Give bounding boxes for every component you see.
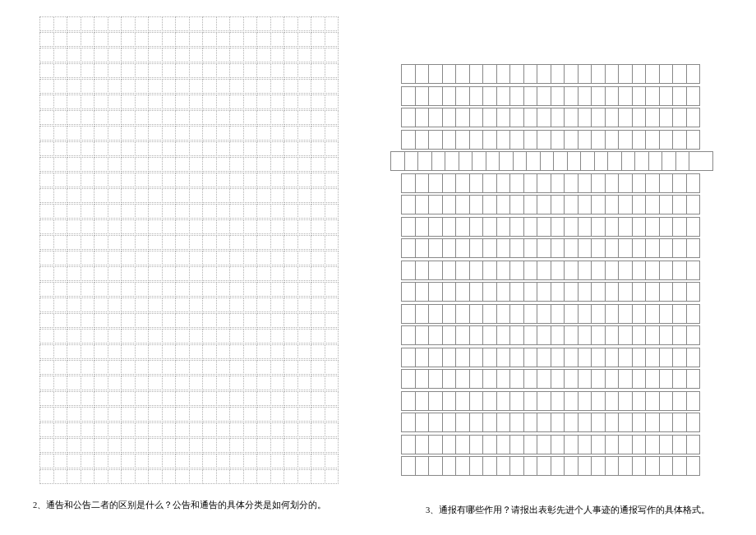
- grid-cell: [645, 195, 660, 214]
- grid-cell: [415, 456, 430, 476]
- grid-cell: [469, 348, 484, 367]
- grid-cell: [311, 251, 325, 265]
- grid-cell: [229, 391, 244, 406]
- grid-cell: [496, 86, 511, 106]
- grid-cell: [564, 391, 579, 411]
- grid-cell: [297, 454, 312, 468]
- grid-cell: [67, 251, 81, 265]
- grid-cell: [121, 157, 136, 172]
- grid-row: [39, 173, 355, 187]
- grid-cell: [659, 282, 674, 302]
- grid-cell: [591, 130, 606, 150]
- grid-cell: [162, 204, 177, 219]
- grid-cell: [202, 235, 217, 250]
- grid-cell: [284, 204, 298, 219]
- grid-cell: [605, 325, 620, 345]
- grid-cell: [148, 219, 163, 234]
- grid-cell: [94, 110, 108, 125]
- grid-cell: [108, 266, 122, 281]
- grid-cell: [121, 219, 136, 234]
- grid-cell: [135, 438, 150, 453]
- grid-row: [39, 141, 355, 156]
- grid-cell: [162, 422, 177, 437]
- grid-cell: [243, 79, 258, 94]
- grid-cell: [67, 313, 81, 328]
- grid-cell: [243, 188, 258, 203]
- grid-cell: [632, 413, 647, 432]
- grid-cell: [53, 16, 68, 31]
- grid-cell: [325, 313, 339, 328]
- grid-row: [401, 282, 717, 302]
- grid-cell: [605, 435, 620, 454]
- grid-cell: [455, 304, 470, 324]
- grid-cell: [686, 282, 701, 302]
- grid-cell: [67, 329, 81, 344]
- grid-cell: [162, 313, 177, 328]
- grid-cell: [229, 454, 244, 468]
- grid-row: [39, 95, 355, 109]
- grid-cell: [67, 141, 81, 156]
- grid-cell: [270, 438, 285, 453]
- grid-cell: [428, 456, 443, 476]
- grid-cell: [216, 344, 231, 359]
- grid-cell: [523, 435, 538, 454]
- grid-cell: [618, 86, 633, 106]
- grid-cell: [645, 130, 660, 150]
- grid-cell: [175, 79, 190, 94]
- grid-cell: [189, 173, 204, 187]
- grid-row: [39, 422, 355, 437]
- grid-cell: [496, 325, 511, 345]
- grid-cell: [442, 413, 457, 432]
- grid-cell: [162, 219, 177, 234]
- grid-row: [39, 48, 355, 62]
- grid-cell: [216, 95, 231, 109]
- grid-cell: [297, 407, 312, 422]
- grid-row: [39, 157, 355, 172]
- grid-cell: [135, 251, 150, 265]
- grid-cell: [243, 438, 258, 453]
- grid-cell: [284, 79, 298, 94]
- grid-cell: [325, 16, 339, 31]
- grid-cell: [311, 110, 325, 125]
- grid-cell: [202, 391, 217, 406]
- grid-cell: [632, 456, 647, 476]
- grid-cell: [469, 435, 484, 454]
- grid-cell: [605, 261, 620, 280]
- grid-cell: [243, 266, 258, 281]
- grid-cell: [94, 251, 108, 265]
- grid-cell: [482, 413, 497, 432]
- grid-cell: [445, 151, 459, 171]
- grid-cell: [94, 454, 108, 468]
- grid-cell: [121, 422, 136, 437]
- grid-cell: [108, 391, 122, 406]
- grid-row: [401, 413, 717, 432]
- grid-cell: [325, 391, 339, 406]
- grid-cell: [67, 126, 81, 141]
- grid-cell: [311, 329, 325, 344]
- grid-cell: [108, 157, 122, 172]
- grid-cell: [175, 16, 190, 31]
- grid-cell: [297, 79, 312, 94]
- grid-cell: [202, 376, 217, 390]
- grid-cell: [175, 266, 190, 281]
- grid-cell: [175, 329, 190, 344]
- grid-cell: [162, 235, 177, 250]
- grid-row: [39, 63, 355, 78]
- grid-cell: [482, 64, 497, 84]
- grid-cell: [202, 360, 217, 375]
- grid-cell: [108, 329, 122, 344]
- grid-cell: [537, 238, 551, 258]
- grid-cell: [632, 195, 647, 214]
- grid-cell: [121, 391, 136, 406]
- grid-cell: [67, 110, 81, 125]
- grid-cell: [243, 48, 258, 62]
- grid-cell: [108, 63, 122, 78]
- grid-cell: [39, 173, 54, 187]
- grid-cell: [108, 344, 122, 359]
- grid-cell: [202, 188, 217, 203]
- grid-cell: [135, 32, 150, 47]
- grid-cell: [162, 454, 177, 468]
- grid-cell: [256, 266, 271, 281]
- grid-cell: [325, 141, 339, 156]
- grid-cell: [551, 261, 565, 280]
